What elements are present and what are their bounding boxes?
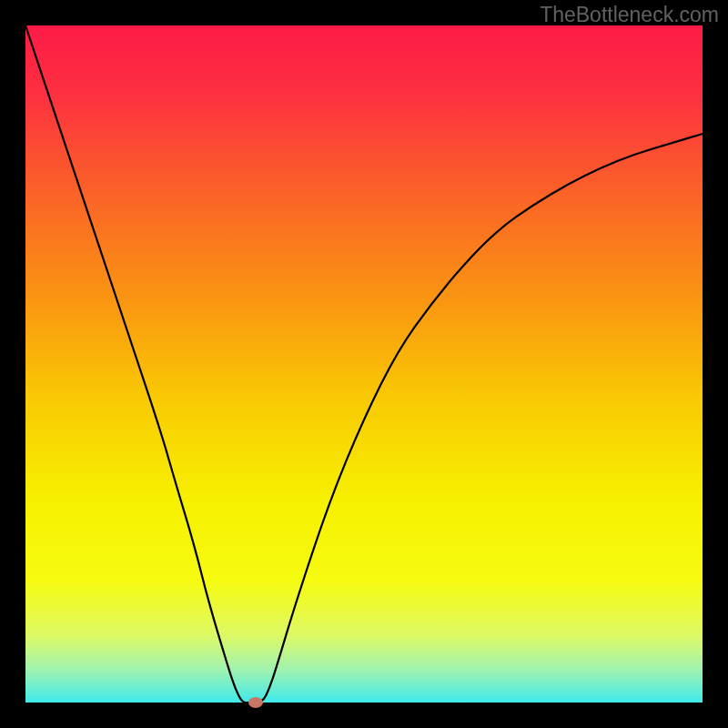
plot-background <box>25 25 703 703</box>
chart-container: TheBottleneck.com <box>0 0 728 728</box>
bottleneck-chart <box>0 0 728 728</box>
watermark-text: TheBottleneck.com <box>540 3 719 27</box>
optimal-point-marker <box>248 697 263 708</box>
